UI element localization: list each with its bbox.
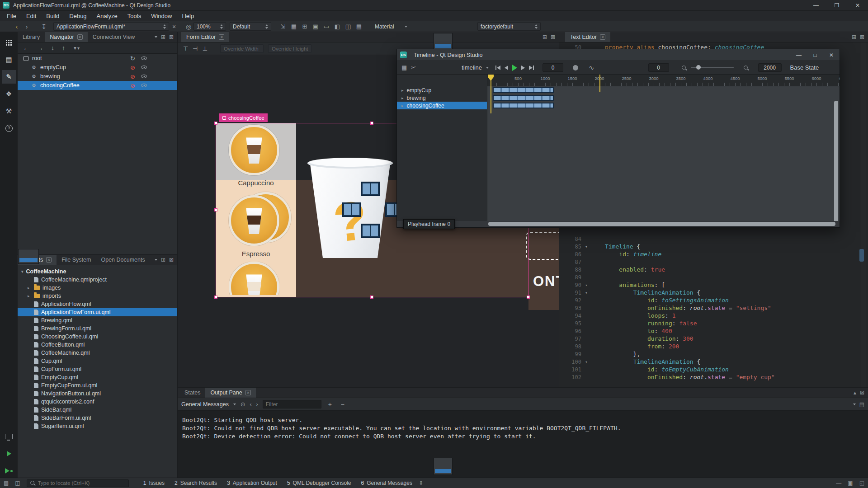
timeline-title-bar[interactable]: DS Timeline - Qt Design Studio — □ ✕ — [397, 49, 840, 61]
close-icon[interactable]: ✕ — [823, 49, 840, 61]
close-icon[interactable]: × — [600, 34, 605, 40]
menu-toggle-icon[interactable]: ▤ — [4, 480, 9, 486]
columns-icon[interactable]: ◫ — [343, 23, 354, 30]
prev-item-icon[interactable]: ‹ — [250, 401, 251, 408]
show-bounds-icon[interactable]: ▣ — [310, 23, 321, 30]
eye-icon[interactable] — [141, 82, 147, 89]
show-grid-icon[interactable]: ⊞ — [299, 23, 310, 30]
resize-handle[interactable] — [527, 296, 530, 299]
minimize-panes-icon[interactable]: — — [836, 480, 841, 486]
fill-icon[interactable]: ◧ — [332, 23, 343, 30]
keyframe-row[interactable] — [487, 94, 840, 102]
eye-icon[interactable] — [141, 64, 147, 71]
timeline-track-brewing[interactable]: ▸brewing — [397, 94, 487, 102]
navigator-item-choosingCoffee[interactable]: ⚙choosingCoffee⊘ — [18, 81, 177, 90]
menu-help[interactable]: Help — [177, 11, 199, 21]
project-file-SideBarForm.ui.qml[interactable]: SideBarForm.ui.qml — [18, 414, 177, 422]
curve-editor-icon[interactable]: ∿ — [589, 64, 594, 72]
resize-handle[interactable] — [214, 122, 217, 125]
output-panes-menu-icon[interactable]: ⇕ — [419, 480, 423, 486]
keyframe-row[interactable] — [487, 86, 840, 94]
project-file-SideBar.qml[interactable]: SideBar.qml — [18, 406, 177, 414]
project-file-BrewingForm.ui.qml[interactable]: BrewingForm.ui.qml — [18, 324, 177, 333]
keyframe-section-bar[interactable] — [493, 87, 554, 93]
navigator-item-root[interactable]: root↻ — [18, 54, 177, 63]
close-panel-icon[interactable]: ⊠ — [860, 34, 864, 40]
tab-connection-view[interactable]: Connection View — [88, 32, 140, 42]
pane-list-icon[interactable]: ▤ — [859, 401, 864, 408]
base-state-label[interactable]: Base State — [790, 64, 819, 71]
project-file-ApplicationFlowForm.ui.qml[interactable]: ApplicationFlowForm.ui.qml — [18, 308, 177, 316]
filter-icon[interactable]: ▼▾ — [73, 46, 80, 51]
close-icon[interactable]: × — [46, 257, 52, 263]
slider-knob[interactable] — [696, 65, 701, 70]
project-file-CoffeeMachine.qmlproject[interactable]: CoffeeMachine.qmlproject — [18, 276, 177, 284]
timeline-track-area[interactable]: 5001000150020002500300035004000450050005… — [487, 75, 840, 222]
project-file-CupForm.ui.qml[interactable]: CupForm.ui.qml — [18, 365, 177, 373]
design-mode-icon[interactable]: ✎ — [2, 70, 16, 84]
close-icon[interactable]: × — [245, 390, 251, 395]
navigator-item-brewing[interactable]: ⚙brewing⊘ — [18, 72, 177, 81]
timeline-horizontal-scrollbar[interactable] — [397, 221, 840, 227]
pane-button-application-output[interactable]: 3Application Output — [227, 480, 277, 486]
locator-input[interactable] — [38, 480, 119, 486]
timeline-window[interactable]: DS Timeline - Qt Design Studio — □ ✕ ▦ ✂… — [396, 49, 840, 228]
filter-input[interactable] — [263, 400, 321, 408]
expand-arrow-icon[interactable]: ▸ — [401, 88, 404, 93]
timeline-ruler[interactable]: 5001000150020002500300035004000450050005… — [487, 75, 840, 86]
zoom-in-text-icon[interactable]: + — [326, 401, 334, 408]
close-panel-icon[interactable]: ⊠ — [169, 34, 174, 40]
expand-arrow-icon[interactable]: ▸ — [401, 103, 404, 108]
tab-states[interactable]: States — [179, 388, 205, 398]
project-file-EmptyCupForm.ui.qml[interactable]: EmptyCupForm.ui.qml — [18, 381, 177, 389]
no-export-icon[interactable]: ⊘ — [130, 64, 135, 71]
close-panel-icon[interactable]: ⊠ — [860, 389, 864, 396]
editor-scrollbar[interactable] — [861, 42, 866, 387]
project-file-CoffeeMachine.qml[interactable]: CoffeeMachine.qml — [18, 349, 177, 357]
style-combo[interactable]: Default — [230, 22, 271, 31]
chevron-down-icon[interactable] — [155, 36, 157, 38]
next-frame-button[interactable] — [521, 66, 525, 70]
resize-handle[interactable] — [214, 296, 217, 299]
pane-button-issues[interactable]: 1Issues — [143, 480, 165, 486]
tab-open-documents[interactable]: Open Documents — [96, 255, 150, 265]
scrollbar-thumb[interactable] — [488, 222, 835, 226]
split-panel-icon[interactable]: ⊞ — [161, 34, 165, 40]
project-file-qtquickcontrols2.conf[interactable]: qtquickcontrols2.conf — [18, 398, 177, 406]
move-down-icon[interactable]: ↓ — [51, 44, 54, 52]
expand-arrow-icon[interactable]: ▸ — [28, 294, 34, 298]
timeline-combo[interactable]: timeline — [462, 64, 482, 71]
target-icon[interactable]: ◎ — [184, 22, 193, 31]
fold-arrow-icon[interactable]: ▾ — [581, 244, 591, 249]
pane-button-general-messages[interactable]: 6General Messages — [361, 480, 412, 486]
fold-arrow-icon[interactable]: ▾ — [581, 360, 591, 364]
expand-arrow-icon[interactable]: ▸ — [28, 286, 34, 290]
rows-icon[interactable]: ▤ — [354, 23, 364, 30]
split-panel-icon[interactable]: ⊞ — [852, 34, 856, 40]
chevron-down-icon[interactable] — [155, 259, 157, 261]
expand-arrow-icon[interactable]: ▾ — [21, 269, 24, 274]
menu-edit[interactable]: Edit — [21, 11, 41, 21]
sidebar-toggle-icon[interactable]: ◫ — [15, 480, 20, 486]
project-root-item[interactable]: ▾ CoffeeMachine — [18, 267, 177, 276]
navigator-item-emptyCup[interactable]: ⚙emptyCup⊘ — [18, 63, 177, 72]
back-icon[interactable]: ‹ — [12, 22, 22, 31]
snap-grid-icon[interactable]: ▦ — [288, 23, 299, 30]
continue-button-fragment[interactable]: ONTI — [533, 273, 559, 290]
pane-button-qml-debugger-console[interactable]: 5QML Debugger Console — [287, 480, 351, 486]
resize-handle[interactable] — [370, 122, 373, 125]
edit-mode-icon[interactable]: ▤ — [2, 53, 16, 66]
project-file-Cup.qml[interactable]: Cup.qml — [18, 357, 177, 365]
close-icon[interactable]: × — [219, 34, 224, 40]
menu-window[interactable]: Window — [146, 11, 177, 21]
export-icon[interactable]: ⇲ — [278, 23, 288, 30]
to-end-button[interactable] — [529, 66, 534, 70]
resize-handle[interactable] — [214, 208, 217, 211]
project-file-imports[interactable]: ▸imports — [18, 292, 177, 300]
close-panel-icon[interactable]: ⊠ — [169, 257, 174, 263]
timeline-settings-icon[interactable]: ▦ — [401, 64, 407, 71]
tab-text-editor[interactable]: Text Editor× — [565, 32, 610, 42]
collapse-icon[interactable]: ▴ — [854, 389, 856, 396]
timeline-vertical-scrollbar[interactable] — [834, 101, 838, 222]
tab-file-system[interactable]: File System — [57, 255, 96, 265]
